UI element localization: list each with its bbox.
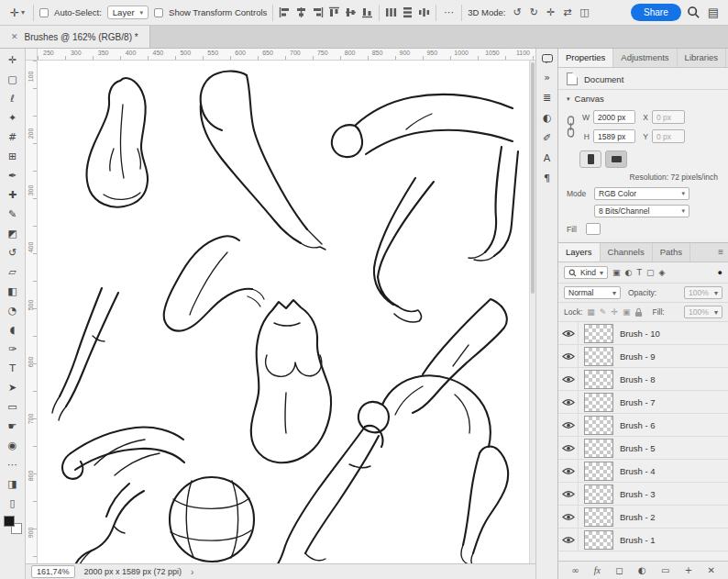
lasso-tool[interactable]: ℓ (2, 89, 24, 108)
layer-effects-icon[interactable]: fx (594, 565, 601, 575)
layer-name[interactable]: Brush - 4 (620, 466, 656, 476)
layer-thumbnail[interactable] (584, 530, 613, 550)
pen-tool[interactable]: ✑ (2, 340, 24, 359)
status-options-chevron-icon[interactable]: › (191, 567, 193, 577)
layer-thumbnail[interactable] (584, 416, 613, 435)
canvas-viewport[interactable] (38, 61, 535, 563)
tab-properties[interactable]: Properties (558, 49, 613, 67)
y-input[interactable] (652, 129, 685, 143)
height-input[interactable] (593, 129, 635, 143)
layer-name[interactable]: Brush - 3 (620, 489, 656, 499)
layer-row[interactable]: Brush - 2 (558, 506, 728, 529)
layer-visibility-toggle[interactable] (558, 345, 579, 367)
layer-thumbnail[interactable] (584, 324, 613, 343)
history-brush-tool[interactable]: ↺ (2, 243, 24, 262)
filter-pixel-layers-icon[interactable]: ▣ (612, 268, 622, 277)
eyedropper-tool[interactable]: ✒ (2, 166, 24, 185)
layer-name[interactable]: Brush - 10 (620, 328, 660, 339)
layer-name[interactable]: Brush - 5 (620, 443, 656, 453)
3d-orbit-icon[interactable]: ↺ (511, 6, 523, 18)
frame-tool[interactable]: ⊞ (2, 147, 24, 166)
crop-tool[interactable]: # (2, 128, 24, 147)
show-transform-controls-checkbox[interactable] (154, 8, 163, 17)
screen-mode-icon[interactable]: ▯ (2, 494, 24, 513)
3d-roll-icon[interactable]: ↻ (528, 6, 540, 18)
current-tool-button[interactable]: ✛ ▾ (7, 5, 28, 21)
align-middle-icon[interactable] (345, 6, 357, 18)
link-dimensions-icon[interactable] (567, 109, 576, 144)
tab-paths[interactable]: Paths (653, 243, 690, 262)
close-tab-icon[interactable]: ✕ (11, 32, 18, 41)
workspace-switcher-icon[interactable]: ▤ (706, 6, 721, 19)
portrait-orientation-button[interactable] (579, 150, 601, 168)
search-icon[interactable] (687, 6, 700, 19)
document-tab[interactable]: ✕ Brushes @ 162% (RGB/8) * (0, 26, 150, 48)
share-button[interactable]: Share (631, 4, 681, 21)
layer-visibility-toggle[interactable] (558, 460, 579, 482)
layer-visibility-toggle[interactable] (558, 322, 579, 344)
layer-thumbnail[interactable] (584, 347, 613, 366)
auto-select-target-dropdown[interactable]: Layer ▾ (107, 6, 149, 19)
filter-smart-objects-icon[interactable]: ◈ (657, 268, 666, 277)
distribute-vertical-icon[interactable] (402, 6, 414, 18)
scrollbar-thumb[interactable] (531, 62, 535, 294)
layer-visibility-toggle[interactable] (558, 483, 579, 505)
new-adjustment-icon[interactable]: ◐ (638, 565, 646, 575)
canvas-fill-swatch[interactable] (586, 223, 601, 235)
healing-brush-tool[interactable]: ✚ (2, 185, 24, 205)
adjustments-strip-icon[interactable]: ◐ (541, 111, 554, 125)
3d-drag-icon[interactable]: ✛ (545, 6, 557, 18)
opacity-dropdown[interactable]: 100% ▾ (684, 286, 722, 299)
clone-stamp-tool[interactable]: ◩ (2, 224, 24, 243)
expand-panels-icon[interactable]: » (542, 71, 552, 84)
align-bottom-icon[interactable] (361, 6, 373, 18)
dodge-tool[interactable]: ◖ (2, 320, 24, 340)
new-layer-icon[interactable]: + (685, 565, 692, 575)
filter-type-layers-icon[interactable]: T (635, 268, 643, 277)
shape-tool[interactable]: ▭ (2, 397, 24, 417)
distribute-horizontal-icon[interactable] (385, 6, 397, 18)
zoom-level-field[interactable]: 161,74% (31, 565, 75, 578)
bit-depth-dropdown[interactable]: 8 Bits/Channel ▾ (594, 205, 689, 217)
x-input[interactable] (652, 110, 685, 124)
layer-thumbnail[interactable] (584, 370, 613, 389)
filter-kind-dropdown[interactable]: Kind ▾ (564, 266, 608, 279)
layer-row[interactable]: Brush - 4 (558, 460, 728, 483)
panel-menu-icon[interactable]: ≡ (713, 243, 728, 262)
quick-mask-icon[interactable]: ◨ (2, 474, 24, 494)
quick-selection-tool[interactable]: ✦ (2, 108, 24, 128)
section-collapse-icon[interactable]: ▾ (567, 95, 570, 103)
3d-slide-icon[interactable]: ⇄ (561, 6, 573, 18)
layer-thumbnail[interactable] (584, 393, 613, 412)
layer-row[interactable]: Brush - 3 (558, 483, 728, 506)
foreground-color-swatch[interactable] (4, 516, 15, 527)
layer-visibility-toggle[interactable] (558, 391, 579, 413)
blend-mode-dropdown[interactable]: Normal ▾ (564, 286, 621, 299)
hand-tool[interactable]: ☛ (2, 417, 24, 436)
character-panel-icon[interactable]: A (542, 151, 553, 165)
align-right-icon[interactable] (312, 6, 324, 18)
layer-row[interactable]: Brush - 10 (558, 322, 728, 345)
zoom-tool[interactable]: ◉ (2, 436, 24, 455)
align-left-icon[interactable] (279, 6, 291, 18)
tab-adjustments[interactable]: Adjustments (613, 49, 677, 67)
layer-visibility-toggle[interactable] (558, 368, 579, 390)
landscape-orientation-button[interactable] (605, 150, 627, 168)
layer-name[interactable]: Brush - 9 (620, 351, 656, 362)
layer-visibility-toggle[interactable] (558, 414, 579, 436)
layer-visibility-toggle[interactable] (558, 437, 579, 459)
layer-row[interactable]: Brush - 5 (558, 437, 728, 460)
delete-layer-icon[interactable]: ✕ (707, 565, 714, 575)
distribute-spacing-icon[interactable] (418, 6, 430, 18)
lock-artboard-icon[interactable]: ▣ (622, 307, 632, 317)
horizontal-ruler[interactable]: 2503003504004505005506006507007508008509… (38, 49, 535, 60)
layer-visibility-toggle[interactable] (558, 529, 579, 551)
fill-dropdown[interactable]: 100% ▾ (684, 306, 722, 318)
gradient-tool[interactable]: ◧ (2, 282, 24, 301)
layer-visibility-toggle[interactable] (558, 506, 579, 528)
layer-row[interactable]: Brush - 6 (558, 414, 728, 437)
more-align-options-button[interactable]: ⋯ (442, 6, 456, 18)
move-tool[interactable]: ✛ (2, 50, 24, 70)
brush-tool[interactable]: ✎ (2, 205, 24, 224)
width-input[interactable] (593, 110, 635, 124)
